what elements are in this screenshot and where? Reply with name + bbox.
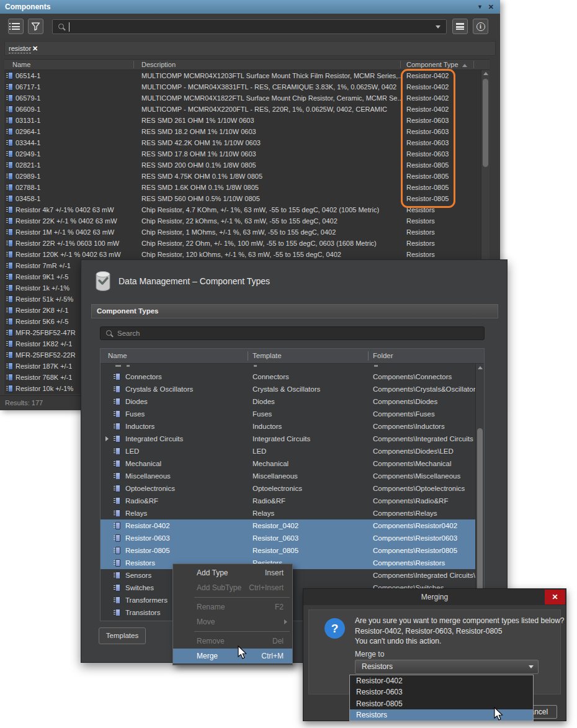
column-header-folder[interactable]: Folder: [373, 349, 393, 363]
type-row-inductors[interactable]: InductorsInductorsComponents\Inductors: [101, 420, 484, 433]
list-scrollbar[interactable]: [475, 364, 484, 621]
table-row[interactable]: Resistor 1M +/-1 % 0402 63 mWChip Resist…: [4, 227, 481, 238]
table-row[interactable]: Resistor 22R +/-1% 0603 100 mWChip Resis…: [4, 238, 481, 249]
scrollbar-thumb[interactable]: [483, 79, 488, 167]
menu-item-rename[interactable]: RenameF2: [173, 600, 292, 614]
type-row-mechanical[interactable]: MechanicalMechanicalComponents\Mechanica…: [101, 457, 484, 470]
type-row-resistor-0402[interactable]: Resistor-0402Resistor_0402Components\Res…: [101, 519, 484, 532]
type-row-fuses[interactable]: FusesFusesComponents\Fuses: [101, 408, 484, 420]
type-name: Miscellaneous: [125, 470, 246, 482]
component-icon: [8, 362, 13, 370]
component-description: RES SMD 1.6K OHM 0.1% 1/8W 0805: [141, 182, 402, 193]
component-description: MULTICOMP - MCMR04X2200FTL - RES, 220R, …: [141, 104, 402, 115]
component-icon: [8, 161, 13, 169]
merging-titlebar[interactable]: Merging ✕: [303, 589, 566, 605]
column-header-name[interactable]: Name: [12, 60, 30, 70]
search-dropdown-icon[interactable]: [436, 25, 441, 29]
type-row-resistor-0805[interactable]: Resistor-0805Resistor_0805Components\Res…: [101, 544, 484, 557]
component-icon: [8, 251, 13, 258]
dropdown-option-resistor-0805[interactable]: Resistor-0805: [350, 698, 533, 709]
component-description: Chip Resistor, 1 MOhms, +/-1 %, 63 mW, -…: [141, 227, 402, 238]
dropdown-option-resistor-0402[interactable]: Resistor-0402: [350, 675, 533, 686]
menu-item-label: Remove: [197, 634, 225, 649]
mouse-cursor: [238, 645, 248, 660]
component-name: 02949-1: [16, 148, 133, 160]
type-folder: Components\Integrated Circuits: [373, 433, 477, 445]
info-button[interactable]: i: [473, 19, 488, 34]
type-row-miscellaneous[interactable]: MiscellaneousMiscellaneousComponents\Mis…: [101, 470, 484, 482]
scroll-up-icon[interactable]: [478, 366, 483, 369]
type-row-connectors[interactable]: ConnectorsConnectorsComponents\Connector…: [101, 371, 484, 383]
component-icon: [8, 273, 13, 281]
component-icon: [8, 385, 13, 392]
search-input[interactable]: [52, 19, 447, 34]
type-row-diodes[interactable]: DiodesDiodesComponents\Diodes: [101, 395, 484, 408]
type-template: Crystals & Oscillators: [253, 383, 367, 395]
templates-button[interactable]: Templates: [99, 627, 146, 644]
panel-titlebar[interactable]: Components ▼ ✕: [0, 0, 500, 14]
list-view-button[interactable]: [8, 19, 24, 34]
menu-item-add-subtype[interactable]: Add SubTypeCtrl+Insert: [173, 580, 292, 595]
column-header-description[interactable]: Description: [141, 60, 176, 70]
close-button[interactable]: ✕: [545, 590, 565, 604]
type-name: Relays: [125, 507, 246, 519]
component-icon: [8, 150, 13, 158]
panel-close-icon[interactable]: ✕: [488, 0, 494, 14]
type-template: Mechanical: [253, 457, 367, 470]
menu-item-merge[interactable]: MergeCtrl+M: [173, 649, 292, 663]
component-name: 03131-1: [16, 115, 133, 126]
menu-item-move[interactable]: Move: [173, 614, 292, 629]
component-type-icon: [115, 485, 120, 492]
table-row[interactable]: Resistor 120K +/-1 % 0402 63 mWChip Resi…: [4, 249, 481, 260]
component-name: 06579-1: [16, 92, 133, 104]
list-icon: [12, 23, 20, 30]
component-icon: [8, 351, 13, 359]
component-description: RES SMD 42.2K OHM 1% 1/10W 0603: [141, 137, 402, 148]
component-type-icon: [115, 497, 120, 505]
menu-item-remove[interactable]: RemoveDel: [173, 634, 292, 649]
type-template: Resistor_0805: [253, 544, 367, 557]
type-folder: Components\Inductors: [373, 420, 477, 433]
type-folder: Components\Connectors: [373, 371, 477, 383]
filter-chip[interactable]: resistor: [9, 45, 31, 53]
component-icon: [8, 83, 13, 91]
scroll-up-icon[interactable]: [483, 72, 488, 75]
type-name: Crystals & Oscillators: [125, 383, 246, 395]
component-icon: [8, 329, 13, 336]
chip-remove-icon[interactable]: ✕: [32, 45, 38, 52]
dialog-search-input[interactable]: Search: [100, 326, 485, 340]
type-template: LED: [253, 445, 367, 457]
type-folder: Components\Mechanical: [373, 457, 477, 470]
filter-button[interactable]: [28, 19, 43, 34]
menu-item-add-type[interactable]: Add TypeInsert: [173, 565, 292, 580]
component-name: 02964-1: [16, 126, 133, 137]
panel-collapse-icon[interactable]: ▼: [477, 0, 483, 14]
column-divider: [368, 351, 369, 361]
screen: Components ▼ ✕ i resistor✕ Name: [0, 0, 577, 728]
component-type-icon: [115, 572, 120, 579]
type-row-resistor-0603[interactable]: Resistor-0603Resistor_0603Components\Res…: [101, 532, 484, 544]
type-row-led[interactable]: LEDLEDComponents\Diodes\LED: [101, 445, 484, 457]
menu-separator: [194, 597, 290, 598]
type-name: Diodes: [125, 395, 246, 408]
type-row-optoelectronics[interactable]: OptoelectronicsOptoelectronicsComponents…: [101, 482, 484, 495]
type-folder: Components\Radio&RF: [373, 495, 477, 507]
dropdown-option-resistors[interactable]: Resistors: [350, 709, 533, 721]
type-row-integrated-circuits[interactable]: Integrated CircuitsIntegrated CircuitsCo…: [101, 433, 484, 445]
column-header-name[interactable]: Name: [108, 349, 127, 363]
type-row-radio-rf[interactable]: Radio&RFRadio&RFComponents\Radio&RF: [101, 495, 484, 507]
component-name: 02989-1: [16, 171, 133, 182]
type-row-relays[interactable]: RelaysRelaysComponents\Relays: [101, 507, 484, 519]
type-row-crystals-oscillators[interactable]: Crystals & OscillatorsCrystals & Oscilla…: [101, 383, 484, 395]
column-header-template[interactable]: Template: [253, 349, 282, 363]
component-type-icon: [115, 547, 120, 554]
component-type-icon: [115, 460, 120, 467]
panel-menu-button[interactable]: [452, 19, 468, 34]
dropdown-option-resistor-0603[interactable]: Resistor-0603: [350, 686, 533, 698]
type-folder: Components\Optoelectronics: [373, 482, 477, 495]
component-icon: [8, 128, 13, 135]
expand-arrow-icon[interactable]: [105, 436, 109, 441]
table-row[interactable]: Resistor 22K +/-1 % 0402 63 mWChip Resis…: [4, 215, 481, 227]
funnel-icon: [31, 22, 40, 31]
merge-to-select[interactable]: Resistors: [355, 660, 539, 674]
